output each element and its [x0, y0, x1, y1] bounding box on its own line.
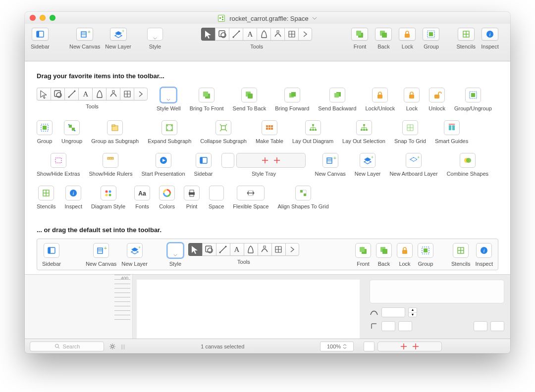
corner-icon: [370, 322, 378, 331]
toolbar-label: Style: [149, 44, 161, 49]
toolbar-label: Inspect: [481, 44, 498, 49]
item-inspect[interactable]: Inspect: [65, 186, 82, 209]
pen-tool[interactable]: [257, 28, 270, 41]
fill-swatch[interactable]: [364, 342, 374, 351]
point-tool[interactable]: [270, 28, 284, 41]
toolbar-label: Back: [377, 44, 389, 49]
titlebar: rocket_carrot.graffle: Space: [25, 12, 510, 24]
item-smart-guides[interactable]: Smart Guides: [435, 120, 468, 144]
customize-toolbar-sheet: Drag your favorite items into the toolba…: [25, 61, 510, 274]
back-button[interactable]: [375, 28, 392, 41]
default-set[interactable]: Sidebar New Canvas New Layer Style Tools: [37, 239, 498, 270]
end-field[interactable]: [474, 321, 487, 331]
crop-tool[interactable]: [284, 28, 298, 41]
toolbar-items-grid: Tools Style Well Bring To Front Send To …: [37, 88, 498, 218]
item-lock-unlock[interactable]: Lock/Unlock: [365, 88, 395, 111]
item-show-hide-rulers[interactable]: Show/Hide Rulers: [89, 153, 132, 177]
item-diagram-style[interactable]: Diagram Style: [91, 186, 125, 209]
item-unlock[interactable]: Unlock: [428, 88, 445, 111]
new-layer-button[interactable]: [110, 28, 127, 41]
statusbar: Search ||| 1 canvas selected 100%: [25, 339, 510, 353]
toolbar-label: Group: [424, 44, 439, 49]
item-style-tray[interactable]: Style Tray: [221, 153, 306, 177]
toolbar-label: Front: [354, 44, 367, 49]
lock-button[interactable]: [399, 28, 416, 41]
style-well-button[interactable]: [147, 28, 163, 41]
group-button[interactable]: [423, 28, 439, 41]
shape-tool[interactable]: [215, 28, 229, 41]
item-align-shapes[interactable]: Align Shapes To Grid: [277, 186, 328, 209]
vertical-ruler: 400: [25, 275, 133, 339]
toolbar-label: Tools: [250, 44, 263, 49]
toolbar-label: Sidebar: [31, 44, 50, 49]
end-field-2[interactable]: [490, 321, 504, 331]
sidebar-button[interactable]: [32, 28, 49, 41]
corner-field[interactable]: [381, 321, 395, 331]
item-layout-selection[interactable]: Lay Out Selection: [342, 120, 385, 144]
item-group-as-subgraph[interactable]: Group as Subgraph: [91, 120, 139, 144]
stroke-stepper[interactable]: ▴▾: [408, 307, 417, 317]
item-fonts[interactable]: Fonts: [134, 186, 150, 209]
item-layout-diagram[interactable]: Lay Out Diagram: [292, 120, 333, 144]
toolbar-label: Stencils: [456, 44, 476, 49]
item-new-layer[interactable]: New Layer: [355, 153, 381, 177]
search-icon: [54, 343, 60, 349]
item-space[interactable]: Space: [209, 186, 224, 209]
item-group-ungroup[interactable]: Group/Ungroup: [454, 88, 492, 111]
item-snap-to-grid[interactable]: Snap To Grid: [394, 120, 426, 144]
text-tool[interactable]: [243, 28, 257, 41]
stencils-button[interactable]: [458, 28, 475, 41]
item-make-table[interactable]: Make Table: [256, 120, 283, 144]
item-show-hide-extras[interactable]: Show/Hide Extras: [37, 153, 80, 177]
chevron-down-icon: [312, 14, 317, 17]
main-toolbar: Sidebar New Canvas New Layer Style: [25, 24, 510, 61]
item-start-presentation[interactable]: Start Presentation: [141, 153, 185, 177]
stroke-curve-icon: [370, 308, 378, 317]
toolbar-label: New Layer: [105, 44, 131, 49]
search-field[interactable]: Search: [30, 342, 104, 351]
style-tray-bottom[interactable]: [377, 342, 442, 351]
item-lock[interactable]: Lock: [404, 88, 420, 111]
zoom-select[interactable]: 100%: [320, 342, 354, 351]
item-sidebar[interactable]: Sidebar: [194, 153, 213, 177]
status-text: 1 canvas selected: [130, 343, 315, 349]
tools-segment: [201, 28, 312, 41]
inspector-box[interactable]: [370, 280, 504, 303]
item-colors[interactable]: Colors: [159, 186, 175, 209]
item-send-to-back[interactable]: Send To Back: [233, 88, 267, 111]
item-new-artboard-layer[interactable]: New Artboard Layer: [389, 153, 437, 177]
default-set-heading: ... or drag the default set into the too…: [37, 226, 498, 234]
front-button[interactable]: [351, 28, 368, 41]
item-collapse-subgraph[interactable]: Collapse Subgraph: [200, 120, 247, 144]
corner-field-2[interactable]: [398, 321, 412, 331]
item-print[interactable]: Print: [184, 186, 200, 209]
item-flexible-space[interactable]: Flexible Space: [233, 186, 268, 209]
gear-icon[interactable]: [109, 343, 116, 350]
new-canvas-button[interactable]: [76, 28, 93, 41]
item-bring-forward[interactable]: Bring Forward: [275, 88, 309, 111]
document-icon: [218, 15, 225, 22]
expand-tools[interactable]: [298, 28, 312, 41]
window-title[interactable]: rocket_carrot.graffle: Space: [25, 14, 510, 22]
sheet-footer: Show Icon and Text Use small size Done: [37, 270, 498, 274]
inspect-button[interactable]: [482, 28, 498, 41]
item-bring-to-front[interactable]: Bring To Front: [190, 88, 224, 111]
toolbar-label: New Canvas: [69, 44, 100, 49]
item-expand-subgraph[interactable]: Expand Subgraph: [148, 120, 191, 144]
item-ungroup[interactable]: Ungroup: [61, 120, 82, 144]
item-combine-shapes[interactable]: Combine Shapes: [447, 153, 488, 177]
selection-tool[interactable]: [201, 28, 215, 41]
item-group[interactable]: Group: [37, 120, 53, 144]
inspector-panel: ▴▾: [364, 275, 510, 339]
item-new-canvas[interactable]: New Canvas: [315, 153, 345, 177]
document-area: 400 ▴▾: [25, 274, 510, 339]
item-send-backward[interactable]: Send Backward: [318, 88, 356, 111]
canvas[interactable]: [137, 280, 360, 339]
sheet-heading: Drag your favorite items into the toolba…: [37, 72, 498, 80]
item-stencils[interactable]: Stencils: [37, 186, 56, 209]
line-tool[interactable]: [229, 28, 243, 41]
item-tools[interactable]: Tools: [37, 88, 148, 111]
stroke-width-field[interactable]: [381, 307, 405, 317]
toolbar-label: Lock: [402, 44, 413, 49]
item-style-well[interactable]: Style Well: [157, 88, 181, 111]
